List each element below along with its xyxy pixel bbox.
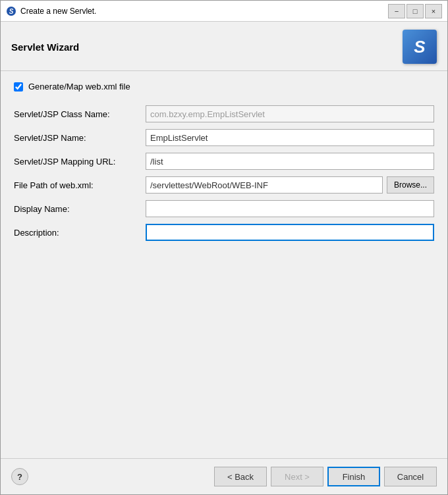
input-mapping-url[interactable]: [146, 153, 434, 170]
label-webxml-path: File Path of web.xml:: [14, 180, 146, 190]
finish-button[interactable]: Finish: [327, 467, 380, 486]
footer-left: ?: [11, 468, 28, 485]
window-title: Create a new Servlet.: [20, 7, 388, 16]
window-controls: − □ ×: [388, 4, 442, 18]
window-icon: S: [6, 6, 16, 16]
minimize-button[interactable]: −: [388, 4, 405, 18]
footer: ? < Back Next > Finish Cancel: [1, 458, 447, 494]
label-description: Description:: [14, 228, 146, 238]
browse-button[interactable]: Browse...: [387, 176, 434, 194]
content-area: Generate/Map web.xml file Servlet/JSP Cl…: [1, 71, 447, 458]
label-class-name: Servlet/JSP Class Name:: [14, 109, 146, 119]
field-row-mapping-url: Servlet/JSP Mapping URL:: [14, 152, 434, 170]
back-button[interactable]: < Back: [214, 467, 267, 486]
cancel-button[interactable]: Cancel: [384, 467, 437, 486]
input-class-name[interactable]: [146, 105, 434, 122]
field-row-description: Description:: [14, 223, 434, 242]
footer-buttons: < Back Next > Finish Cancel: [214, 467, 437, 486]
label-mapping-url: Servlet/JSP Mapping URL:: [14, 157, 146, 167]
generate-webxml-label[interactable]: Generate/Map web.xml file: [28, 82, 130, 91]
input-description[interactable]: [146, 224, 434, 241]
title-bar: S Create a new Servlet. − □ ×: [1, 1, 447, 22]
wizard-logo: S: [403, 30, 437, 64]
next-button[interactable]: Next >: [271, 467, 323, 486]
label-jsp-name: Servlet/JSP Name:: [14, 133, 146, 143]
label-display-name: Display Name:: [14, 204, 146, 214]
help-button[interactable]: ?: [11, 468, 28, 485]
field-row-jsp-name: Servlet/JSP Name:: [14, 128, 434, 147]
field-row-class-name: Servlet/JSP Class Name:: [14, 105, 434, 123]
input-jsp-name[interactable]: [146, 129, 434, 146]
form-fields: Servlet/JSP Class Name: Servlet/JSP Name…: [14, 105, 434, 242]
checkbox-row: Generate/Map web.xml file: [14, 82, 434, 91]
svg-text:S: S: [9, 8, 14, 15]
field-row-webxml-path: File Path of web.xml: Browse...: [14, 176, 434, 194]
input-webxml-path[interactable]: [146, 176, 383, 194]
maximize-button[interactable]: □: [406, 4, 424, 18]
field-row-display-name: Display Name:: [14, 199, 434, 218]
generate-webxml-checkbox[interactable]: [14, 82, 23, 91]
main-window: S Create a new Servlet. − □ × Servlet Wi…: [0, 0, 448, 495]
header: Servlet Wizard S: [1, 22, 447, 71]
input-display-name[interactable]: [146, 200, 434, 217]
close-button[interactable]: ×: [425, 4, 442, 18]
wizard-title: Servlet Wizard: [11, 41, 79, 53]
